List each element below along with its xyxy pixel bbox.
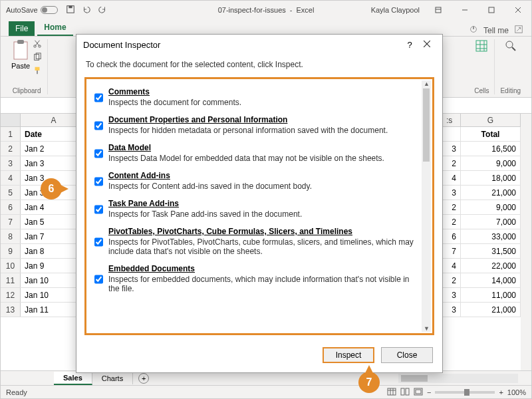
app-name: Excel [296,6,314,14]
scroll-down-icon[interactable]: ▼ [424,325,430,332]
dialog-scrollbar[interactable]: ▲ ▼ [422,80,431,332]
sheet-tab-sales[interactable]: Sales [54,372,92,385]
cell-total[interactable]: 14,000 [461,273,521,287]
maximize-icon[interactable] [478,1,505,19]
zoom-level[interactable]: 100% [507,388,526,396]
select-all-cell[interactable] [1,114,21,126]
copy-icon[interactable] [33,53,42,63]
cell-total[interactable]: 22,000 [461,259,521,273]
col-header-g[interactable]: G [461,114,521,126]
svg-rect-21 [388,388,396,395]
cell-total[interactable]: 21,000 [461,303,521,317]
inspection-title: Comments [108,87,241,96]
cell-total[interactable]: Total [461,127,521,141]
tab-file[interactable]: File [9,21,35,36]
cell-total[interactable]: 11,000 [461,288,521,302]
inspection-title: Task Pane Add-ins [108,199,302,208]
cut-icon[interactable] [33,39,42,50]
zoom-slider[interactable] [435,391,495,394]
cell-total[interactable]: 16,500 [461,142,521,156]
svg-rect-4 [489,7,494,13]
user-name[interactable]: Kayla Claypool [371,6,420,14]
zoom-in[interactable]: + [499,388,503,396]
cell-total[interactable]: 31,500 [461,244,521,258]
inspection-item: PivotTables, PivotCharts, Cube Formulas,… [93,223,420,260]
dialog-close-icon[interactable] [418,40,436,50]
paste-button[interactable]: Paste [11,39,30,76]
row-header[interactable]: 11 [1,273,21,287]
save-icon[interactable] [66,5,75,15]
svg-rect-10 [14,42,27,59]
inspection-list: CommentsInspects the document for commen… [84,77,434,335]
svg-point-19 [506,41,513,48]
window-title: 07-inspect-for-issues - Excel [218,6,315,14]
page-break-view-icon[interactable] [414,388,423,397]
toggle-off-icon[interactable] [41,6,58,14]
inspection-title: Embedded Documents [108,264,419,273]
inspection-checkbox[interactable] [94,265,103,293]
add-sheet-button[interactable]: + [138,373,149,384]
row-header[interactable]: 8 [1,229,21,243]
row-header[interactable]: 4 [1,171,21,185]
row-header[interactable]: 1 [1,127,21,141]
format-cells-icon[interactable] [475,39,488,54]
horizontal-scrollbar[interactable] [398,374,518,383]
status-bar: Ready − + 100% [1,385,531,398]
row-header[interactable]: 12 [1,288,21,302]
editing-label: Editing [500,86,521,94]
inspection-checkbox[interactable] [94,116,103,135]
sheet-tab-charts[interactable]: Charts [92,372,133,384]
cells-label: Cells [474,86,489,94]
inspection-description: Inspects for Content add-ins saved in th… [108,182,312,191]
inspection-title: Document Properties and Personal Informa… [108,115,388,124]
name-box[interactable] [1,98,80,113]
share-icon[interactable] [514,25,523,36]
inspection-checkbox[interactable] [94,228,103,256]
titlebar: AutoSave 07-inspect-for-issues - Excel K… [1,1,531,19]
inspection-item: CommentsInspects the document for commen… [93,83,420,111]
inspection-checkbox[interactable] [94,200,103,219]
inspection-description: Inspects for hidden metadata or personal… [108,126,388,135]
cell-total[interactable]: 21,000 [461,186,521,200]
find-icon[interactable] [504,39,517,54]
scroll-thumb[interactable] [423,88,430,162]
inspection-item: Content Add-insInspects for Content add-… [93,167,420,195]
zoom-out[interactable]: − [427,388,431,396]
tellme-label[interactable]: Tell me [483,26,509,35]
cell-total[interactable]: 9,000 [461,200,521,214]
redo-icon[interactable] [98,5,107,15]
row-header[interactable]: 9 [1,244,21,258]
row-header[interactable]: 3 [1,156,21,170]
row-header[interactable]: 13 [1,303,21,317]
undo-icon[interactable] [82,5,91,15]
inspection-checkbox[interactable] [94,172,103,191]
minimize-icon[interactable] [452,1,478,19]
cell-total[interactable]: 33,000 [461,229,521,243]
format-painter-icon[interactable] [33,66,42,76]
close-button[interactable]: Close [381,347,433,363]
row-header[interactable]: 10 [1,259,21,273]
vertical-scrollbar[interactable] [521,114,531,370]
dialog-help-button[interactable]: ? [401,40,418,50]
close-icon[interactable] [505,1,531,19]
autosave-toggle[interactable]: AutoSave [6,6,58,14]
scroll-up-icon[interactable]: ▲ [424,80,430,87]
dialog-title: Document Inspector [83,40,401,50]
inspection-description: Inspects for PivotTables, PivotCharts, c… [108,237,419,256]
page-layout-view-icon[interactable] [400,388,410,397]
normal-view-icon[interactable] [387,388,396,397]
inspect-button[interactable]: Inspect [323,347,374,363]
inspection-description: Inspects the document for comments. [108,98,241,107]
ribbon-options-icon[interactable] [425,1,452,19]
row-header[interactable]: 6 [1,200,21,214]
cell-total[interactable]: 9,000 [461,156,521,170]
cell-total[interactable]: 18,000 [461,171,521,185]
inspection-checkbox[interactable] [94,144,103,163]
tab-home[interactable]: Home [37,20,72,36]
cell-total[interactable]: 7,000 [461,215,521,229]
row-header[interactable]: 2 [1,142,21,156]
row-header[interactable]: 5 [1,186,21,200]
row-header[interactable]: 7 [1,215,21,229]
inspection-checkbox[interactable] [94,88,103,107]
window-controls [425,1,531,19]
